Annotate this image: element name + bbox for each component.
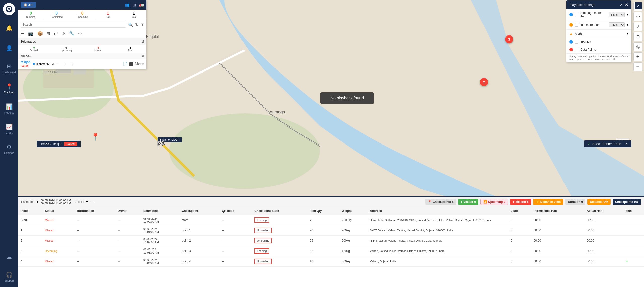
edit-icon[interactable]: ✏ [78,31,82,37]
job-status: Failed [21,64,30,67]
telematics-count: [1] [141,40,144,43]
expand-icon[interactable]: ⤢ [620,2,623,7]
cell-item[interactable]: + [623,256,644,267]
camera-icon[interactable]: 📷 [28,31,34,37]
hierarchy-icon[interactable]: ⊞ [46,31,50,37]
sidebar-item-support[interactable]: 🎧 Support [0,267,18,287]
close-planned-path[interactable]: ✕ [625,142,628,146]
grid-icon[interactable]: ⊞ [133,3,136,7]
people-icon[interactable]: 👥 [125,3,130,7]
idle-checkbox[interactable] [575,23,578,27]
cell-permissible-halt: 00:00 [531,236,584,246]
planned-path-bar[interactable]: ✓ Show Planned Path ✕ [584,140,631,147]
zoom-out-btn[interactable]: − [633,62,642,71]
cell-weight: 200kg [339,236,367,246]
badge-missed-count: 5 [527,200,529,204]
job-id: #56533 [21,54,31,58]
sidebar-item-notifications[interactable]: 🔔 [0,18,18,38]
playback-row-idle: Idle more than 5 Min 10 Min ▾ [566,20,631,30]
cp-total: 5 Total [114,46,147,52]
job-dashes: -- [58,62,60,66]
playback-row-datapoints: Data Points [566,46,631,54]
vehicle-name: Richmor MDVR [36,62,55,65]
sidebar-item-reports[interactable]: 📊 Reports [0,99,18,119]
location-pin-valsad: 📍 [91,133,100,141]
document-icon[interactable]: 📄 [123,62,128,66]
zoom-in-btn[interactable]: + [633,52,642,61]
stat-upcoming: 0 Upcoming [69,10,95,20]
map-area[interactable]: Western Railway Hospital Auranga SH6 SH6… [18,0,644,196]
idle-select[interactable]: 5 Min 10 Min [609,22,625,27]
sidebar-item-tracking[interactable]: 📍 Tracking [0,79,18,99]
close-icon[interactable]: ✕ [625,2,628,7]
cell-load: 0 [508,256,531,267]
stoppage-checkbox[interactable] [575,13,578,16]
col-driver: Driver [115,207,141,215]
cell-actual-halt: 00:00 [584,236,623,246]
sidebar-item-upload[interactable]: ☁ [0,247,18,267]
badge-distance: ⚡ Distance 0 km [533,199,563,205]
cell-status: Missed [42,256,75,267]
search-icon[interactable]: 🔍 [128,22,133,27]
job-name[interactable]: testjob [21,60,30,64]
job-num2: 0 [71,62,73,66]
cell-item[interactable] [623,225,644,236]
cell-checkpoint: start [179,215,219,225]
filter-icon[interactable]: ▼ [140,22,144,27]
status-badge: Failed [64,142,77,146]
actual-filter-icon[interactable]: ▼ [86,200,89,204]
badge-missed-label: Missed [515,200,526,204]
cell-weight: 500kg [339,256,367,267]
badge-visited-count: 0 [474,200,476,204]
job-row: testjob Failed Richmor MDVR -- 0 0 📄 ⬛ M… [18,59,146,69]
tools-icon[interactable]: 🔧 [69,31,75,37]
search-input[interactable] [20,22,126,28]
logo-icon[interactable] [3,3,15,15]
cell-item[interactable] [623,246,644,256]
cell-item[interactable] [623,236,644,246]
stoppage-indicator [569,13,573,16]
cell-driver: -- [115,246,141,256]
estimated-label: Estimated [21,200,34,204]
table-row: Start Missed -- -- 08-05-2024 11:00:00 A… [18,215,644,225]
datapoints-checkbox[interactable] [575,48,578,51]
layers-btn[interactable]: ⊕ [633,32,642,41]
pencil-btn[interactable]: ✏ [633,12,642,21]
truck-icon[interactable]: 🚛 [139,3,144,7]
badge-visited: ● Visited 0 [458,199,478,205]
box-icon[interactable]: 📦 [37,31,43,37]
cp-visited: 0 Visited [18,46,50,52]
sidebar-item-settings[interactable]: ⚙ Settings [0,139,18,159]
table-row: 4 Missed -- -- 08-05-2024 11:04:00 AM po… [18,256,644,267]
sidebar-item-dashboard[interactable]: ⊞ Dashboard [0,58,18,79]
sidebar-item-chart[interactable]: 📈 Chart [0,119,18,139]
share-icon[interactable]: ⬛ [129,62,134,66]
table-row: 3 Upcoming -- -- 08-05-2024 11:03:00 AM … [18,246,644,256]
share-btn[interactable]: ↗ [633,22,642,31]
cell-item[interactable] [623,215,644,225]
map-expand-btn[interactable]: ⤢ [635,2,642,9]
refresh-icon[interactable]: ↻ [135,22,138,27]
location-btn[interactable]: ◎ [633,42,642,51]
job-tab-label: Job [28,3,33,7]
alerts-label: Alerts [575,32,625,35]
stat-completed: 0 Completed [44,10,69,20]
alert-icon[interactable]: ⚠ [62,31,66,37]
sidebar-item-profile[interactable]: 👤 [0,38,18,58]
cell-load: 0 [508,246,531,256]
cell-permissible-halt: 00:00 [531,256,584,267]
job-actions[interactable]: 📄 ⬛ More [123,62,144,66]
cell-address: Valsad, Gujarat, India [367,256,508,267]
data-table[interactable]: Index Status Information Driver Estimate… [18,207,644,287]
cp-visited-num: 0 [18,46,50,49]
distance-pct-label: Distance [590,200,602,204]
cp-upcoming: 0 Upcoming [50,46,83,52]
more-label[interactable]: More [135,62,144,66]
cell-index: 2 [18,236,42,246]
job-tab[interactable]: 📋 Job [21,2,36,8]
tag-icon[interactable]: 🏷 [54,31,58,37]
inactive-checkbox[interactable] [575,40,578,44]
list-icon[interactable]: ☰ [21,31,25,37]
filter-triangle-icon[interactable]: ▼ [36,200,39,204]
stoppage-select[interactable]: 5 Min 10 Min 15 Min [609,12,625,17]
